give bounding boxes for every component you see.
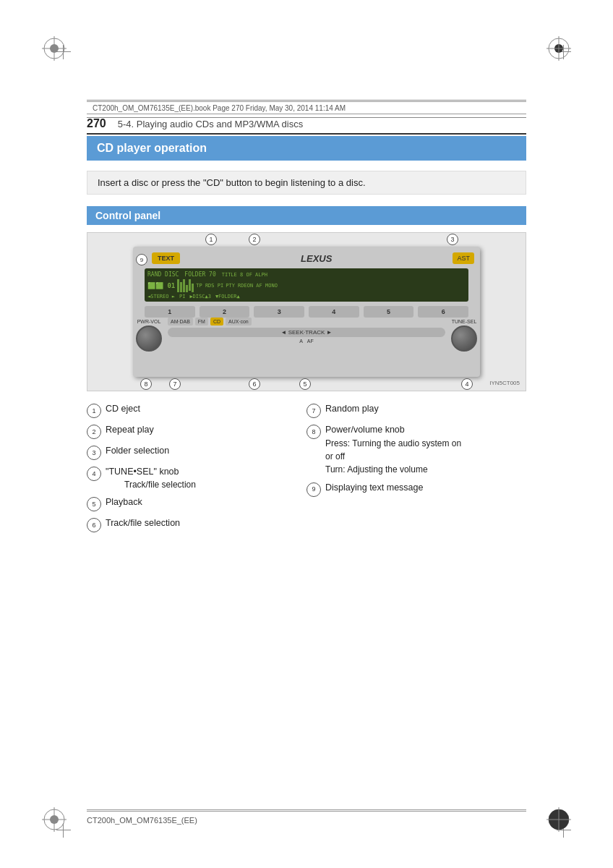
page-header: 270 5-4. Playing audio CDs and MP3/WMA d…: [87, 117, 526, 135]
legend-sub-8c: Turn: Adjusting the volume: [325, 463, 461, 476]
legend-sub-8: Press: Turning the audio system on or of…: [325, 437, 461, 476]
legend-item-4: 4 "TUNE•SEL" knob Track/file selection: [87, 466, 306, 490]
pwr-vol-area: PWR-VOL: [136, 319, 162, 352]
reg-circle-br: [546, 807, 571, 832]
bottom-rule: [87, 809, 526, 810]
display-randdisc: RAND DISC: [147, 271, 179, 278]
af-row: A AF: [168, 339, 445, 344]
display-title: TITLE 8 OF ALPH: [222, 272, 267, 278]
legend-sub-8a: Press: Turning the audio system on: [325, 437, 461, 450]
legend-item-9: 9 Displaying text message: [306, 482, 526, 497]
main-content: CD player operation Insert a disc or pre…: [87, 136, 526, 545]
reg-circle-tl: [42, 36, 67, 61]
legend-label-3: Folder selection: [106, 445, 169, 458]
callout-8: 8: [140, 378, 152, 390]
display-bars: [177, 279, 194, 292]
display-digits: 🟩🟩 01: [147, 282, 175, 289]
bar-1: [177, 279, 179, 292]
callout-7: 7: [169, 378, 181, 390]
subsection-title: Control panel: [87, 206, 526, 225]
legend-sub-8b: or off: [325, 450, 461, 463]
legend-num-9: 9: [306, 482, 321, 497]
legend-num-2: 2: [87, 425, 101, 439]
af-label: AF: [307, 339, 314, 344]
legend-item-2: 2 Repeat play: [87, 424, 306, 439]
callout-3: 3: [447, 234, 458, 245]
info-box: Insert a disc or press the "CD" button t…: [87, 171, 526, 195]
cd-top-row: TEXT LEXUS AST: [152, 252, 474, 264]
legend-num-6: 6: [87, 518, 101, 532]
display-rds: PTY RDEON AF MONO: [226, 283, 278, 289]
ast-button: AST: [453, 252, 474, 264]
mode-amdab[interactable]: AM·DAB: [168, 318, 193, 326]
legend-label-9: Displaying text message: [325, 482, 423, 495]
legend-item-5: 5 Playback: [87, 496, 306, 511]
cd-panel-image: 9 TEXT LEXUS AST 1 2 3 RAND DISC FOLDER …: [87, 232, 526, 391]
top-rule: [87, 100, 526, 101]
legend-item-8: 8 Power/volume knob Press: Turning the a…: [306, 424, 526, 476]
preset-buttons: 1 2 3 4 5 6: [145, 306, 468, 318]
callout-2: 2: [249, 234, 260, 245]
mode-buttons-area: AM·DAB FM CD AUX·con ◄ SEEK·TRACK ► A AF: [168, 318, 445, 344]
legend-item-3: 3 Folder selection: [87, 445, 306, 460]
page-number: 270: [87, 117, 106, 130]
book-file-text: CT200h_OM_OM76135E_(EE).book Page 270 Fr…: [93, 104, 346, 112]
tune-sel-label: TUNE-SEL: [451, 319, 477, 324]
legend-label-4: "TUNE•SEL" knob: [106, 466, 196, 479]
callout-6: 6: [249, 378, 260, 390]
display-info: TP RDS PI: [196, 283, 223, 289]
page-footer: CT200h_OM_OM76135E_(EE): [87, 811, 526, 825]
mode-fm[interactable]: FM: [195, 318, 208, 326]
preset-5[interactable]: 5: [364, 306, 414, 318]
tune-sel-area: TUNE-SEL: [451, 319, 477, 352]
legend-label-2: Repeat play: [106, 424, 154, 437]
preset-6[interactable]: 6: [418, 306, 468, 318]
legend-right-col: 7 Random play 8 Power/volume knob Press:…: [306, 403, 526, 538]
callout-1: 1: [205, 234, 217, 245]
legend-num-8: 8: [306, 425, 321, 439]
display-disc: ▶DISC▲3: [189, 294, 211, 299]
footer-text: CT200h_OM_OM76135E_(EE): [87, 816, 197, 825]
main-title: CD player operation: [87, 136, 526, 161]
bar-3: [183, 279, 185, 292]
callout-5: 5: [299, 378, 311, 390]
cd-panel-device: 9 TEXT LEXUS AST 1 2 3 RAND DISC FOLDER …: [133, 247, 480, 377]
bar-2: [180, 282, 182, 292]
legend-num-4: 4: [87, 467, 101, 481]
preset-4[interactable]: 4: [309, 306, 359, 318]
legend-num-1: 1: [87, 404, 101, 418]
legend-label-6: Track/file selection: [106, 517, 180, 530]
pwr-vol-knob[interactable]: [136, 326, 162, 352]
legend-item-6: 6 Track/file selection: [87, 517, 306, 532]
legend-label-1: CD eject: [106, 403, 140, 416]
preset-3[interactable]: 3: [254, 306, 304, 318]
display-mode-row: ◄STEREO ► PI ▶DISC▲3 ▼FOLDER▲: [147, 294, 466, 299]
legend-num-5: 5: [87, 497, 101, 511]
legend-sub-4: Track/file selection: [124, 479, 196, 491]
callout-9: 9: [136, 254, 147, 265]
mode-cd[interactable]: CD: [210, 318, 223, 326]
display-top-row: RAND DISC FOLDER 70 TITLE 8 OF ALPH: [147, 271, 466, 278]
display-stereo: ◄STEREO ►: [147, 294, 175, 299]
bar-6: [192, 284, 194, 292]
callout-4: 4: [461, 378, 473, 390]
page-title: 5-4. Playing audio CDs and MP3/WMA discs: [118, 119, 304, 129]
mode-row-1: AM·DAB FM CD AUX·con: [168, 318, 445, 326]
legend-left-col: 1 CD eject 2 Repeat play 3 Folder select…: [87, 403, 306, 538]
legend-num-7: 7: [306, 404, 321, 418]
mode-aux[interactable]: AUX·con: [226, 318, 252, 326]
seek-track-btn[interactable]: ◄ SEEK·TRACK ►: [168, 328, 445, 337]
legend-num-3: 3: [87, 446, 101, 460]
display-pi: PI: [179, 294, 185, 299]
legend-label-8: Power/volume knob: [325, 424, 461, 437]
reg-circle-tr: [546, 36, 571, 61]
bar-5: [189, 279, 191, 291]
preset-1[interactable]: 1: [145, 306, 195, 318]
legend-item-1: 1 CD eject: [87, 403, 306, 418]
legend-label-7: Random play: [325, 403, 379, 416]
display-folder: FOLDER 70: [184, 271, 215, 278]
legend-container: 1 CD eject 2 Repeat play 3 Folder select…: [87, 403, 526, 538]
bar-4: [186, 285, 188, 292]
tune-sel-knob[interactable]: [451, 326, 477, 352]
preset-2[interactable]: 2: [200, 306, 250, 318]
